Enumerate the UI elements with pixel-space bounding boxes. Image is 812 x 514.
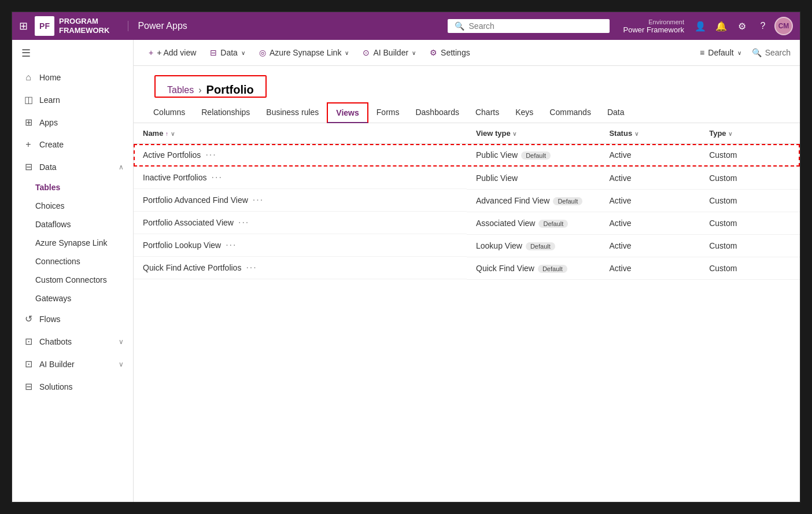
chatbots-icon: ⊡ (23, 336, 34, 347)
tab-businessrules[interactable]: Business rules (258, 103, 327, 123)
default-view-button[interactable]: ≡ Default ∨ (694, 45, 747, 61)
nav-icons-area: Environment Power Framework 👤 🔔 ⚙ ? CM (623, 17, 793, 35)
tab-data[interactable]: Data (599, 103, 633, 123)
col-header-type[interactable]: Type ∨ (700, 123, 800, 144)
tab-views[interactable]: Views (327, 102, 368, 123)
tab-forms[interactable]: Forms (368, 103, 408, 123)
table-row[interactable]: Inactive Portfolios···Public ViewActiveC… (134, 167, 800, 189)
sidebar-item-label: Solutions (39, 382, 73, 391)
toolbar-search[interactable]: 🔍 Search (752, 48, 791, 57)
sidebar-item-apps[interactable]: ⊞ Apps (12, 111, 133, 134)
sidebar-item-chatbots[interactable]: ⊡ Chatbots ∨ (12, 330, 133, 353)
azure-synapse-button[interactable]: ◎ Azure Synapse Link ∨ (253, 45, 355, 61)
ai-dropdown-icon: ∨ (412, 50, 416, 56)
tab-dashboards[interactable]: Dashboards (407, 103, 467, 123)
cell-status: Active (600, 189, 700, 212)
sidebar-item-gateways[interactable]: Gateways (12, 289, 133, 308)
table-row[interactable]: Active Portfolios···Public ViewDefaultAc… (134, 144, 800, 167)
cell-type: Custom (700, 144, 800, 167)
settings-icon[interactable]: ⚙ (733, 17, 751, 35)
data-toolbar-icon: ⊟ (210, 48, 217, 57)
row-name-text: Portfolio Associated View (143, 218, 234, 227)
avatar[interactable]: CM (774, 17, 793, 35)
sidebar-item-label: Create (39, 140, 64, 149)
row-ellipsis-button[interactable]: ··· (253, 195, 264, 205)
cell-type: Custom (700, 189, 800, 212)
sort-up-icon: ↑ (165, 131, 168, 137)
row-ellipsis-button[interactable]: ··· (226, 240, 237, 250)
row-ellipsis-button[interactable]: ··· (205, 150, 216, 160)
global-search-input[interactable] (469, 21, 603, 31)
cell-status: Active (600, 212, 700, 234)
views-table: Name ↑ ∨ View type ∨ Status ∨ Type ∨ (134, 123, 800, 280)
help-icon[interactable]: ? (754, 17, 772, 35)
tab-columns[interactable]: Columns (145, 103, 193, 123)
cell-type: Custom (700, 234, 800, 257)
cell-viewtype: Quick Find ViewDefault (467, 257, 600, 279)
sidebar-item-solutions[interactable]: ⊟ Solutions (12, 375, 133, 398)
sidebar-item-customconnectors[interactable]: Custom Connectors (12, 271, 133, 289)
cell-type: Custom (700, 212, 800, 234)
table-row[interactable]: Portfolio Advanced Find View···Advanced … (134, 189, 800, 212)
sidebar-item-home[interactable]: ⌂ Home (12, 66, 133, 88)
ai-builder-button[interactable]: ⊙ AI Builder ∨ (357, 45, 422, 61)
col-header-status[interactable]: Status ∨ (600, 123, 700, 144)
table-row[interactable]: Portfolio Lookup View···Lookup ViewDefau… (134, 234, 800, 257)
bell-icon[interactable]: 🔔 (712, 17, 730, 35)
azure-icon: ◎ (259, 48, 266, 57)
cell-status: Active (600, 144, 700, 167)
default-badge: Default (521, 151, 551, 160)
table-row[interactable]: Quick Find Active Portfolios···Quick Fin… (134, 257, 800, 279)
sidebar-item-aibuilder[interactable]: ⊡ AI Builder ∨ (12, 353, 133, 375)
settings-button[interactable]: ⚙ Settings (424, 45, 476, 61)
sidebar-item-flows[interactable]: ↺ Flows (12, 308, 133, 330)
create-icon: + (23, 139, 34, 150)
breadcrumb-tables-link[interactable]: Tables (167, 85, 194, 95)
tab-relationships[interactable]: Relationships (193, 103, 258, 123)
sidebar-item-label: Chatbots (39, 337, 72, 346)
default-badge: Default (538, 220, 568, 228)
tabs-area: Columns Relationships Business rules Vie… (134, 102, 800, 123)
row-ellipsis-button[interactable]: ··· (212, 172, 223, 183)
sidebar-item-connections[interactable]: Connections (12, 252, 133, 271)
sidebar-item-dataflows[interactable]: Dataflows (12, 215, 133, 234)
learn-icon: ◫ (23, 94, 34, 105)
breadcrumb-current: Portfolio (206, 83, 254, 97)
cell-name: Portfolio Associated View··· (134, 212, 467, 234)
gear-toolbar-icon: ⚙ (430, 48, 437, 57)
col-header-name[interactable]: Name ↑ ∨ (134, 123, 467, 144)
environment-icon[interactable]: 👤 (691, 17, 710, 35)
table-area: Name ↑ ∨ View type ∨ Status ∨ Type ∨ (134, 123, 800, 502)
table-row[interactable]: Portfolio Associated View···Associated V… (134, 212, 800, 234)
grid-icon[interactable]: ⊞ (19, 20, 28, 32)
sidebar-item-label: Apps (39, 118, 58, 127)
search-toolbar-icon: 🔍 (752, 48, 762, 57)
sidebar-item-create[interactable]: + Create (12, 134, 133, 156)
row-name-text: Portfolio Lookup View (143, 241, 221, 250)
col-header-viewtype[interactable]: View type ∨ (467, 123, 600, 144)
data-button[interactable]: ⊟ Data ∨ (204, 45, 251, 61)
add-view-button[interactable]: + + Add view (143, 45, 202, 61)
row-name-text: Inactive Portfolios (143, 173, 207, 182)
sidebar-item-azuresynapse[interactable]: Azure Synapse Link (12, 234, 133, 252)
global-search-box[interactable]: 🔍 (448, 19, 610, 33)
row-ellipsis-button[interactable]: ··· (238, 217, 249, 228)
filter-name-icon: ∨ (171, 131, 175, 137)
tab-keys[interactable]: Keys (507, 103, 541, 123)
sidebar-item-learn[interactable]: ◫ Learn (12, 88, 133, 111)
hamburger-button[interactable]: ☰ (12, 40, 133, 66)
sidebar-item-label: Learn (39, 95, 60, 105)
brand-initials: PF (35, 16, 54, 36)
tab-commands[interactable]: Commands (541, 103, 599, 123)
sidebar-item-tables[interactable]: Tables (12, 178, 133, 197)
body-area: ☰ ⌂ Home ◫ Learn ⊞ Apps + Create ⊟ Data … (12, 40, 800, 502)
toolbar: + + Add view ⊟ Data ∨ ◎ Azure Synapse Li… (134, 40, 800, 66)
sidebar-item-data[interactable]: ⊟ Data ∧ (12, 156, 133, 178)
row-ellipsis-button[interactable]: ··· (246, 262, 257, 273)
breadcrumb: Tables › Portfolio (154, 75, 267, 98)
aibuilder-icon: ⊡ (23, 358, 34, 369)
tab-charts[interactable]: Charts (467, 103, 507, 123)
data-dropdown-icon: ∨ (241, 50, 245, 56)
sidebar-item-choices[interactable]: Choices (12, 197, 133, 215)
cell-viewtype: Associated ViewDefault (467, 212, 600, 234)
